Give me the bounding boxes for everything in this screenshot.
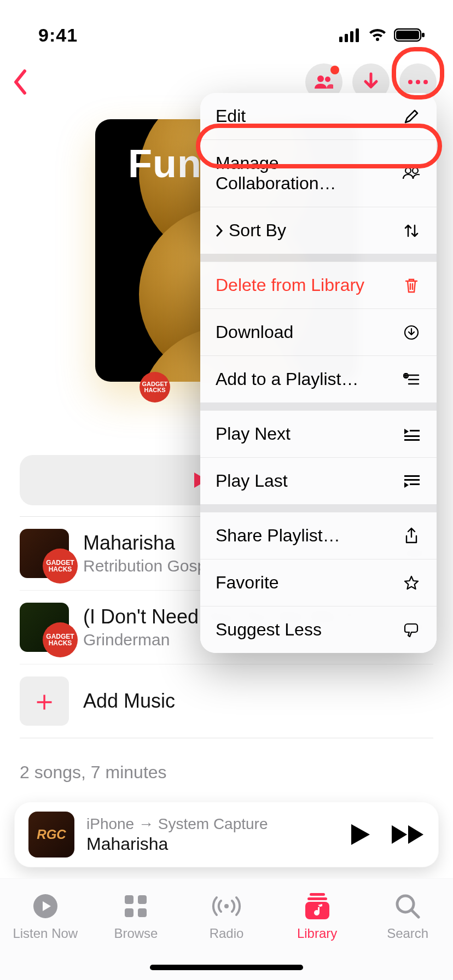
chevron-right-icon [216,225,223,237]
svg-point-22 [405,168,411,173]
cellular-icon [339,28,361,42]
menu-edit[interactable]: Edit [200,93,437,139]
svg-rect-5 [396,31,419,39]
svg-point-7 [317,75,324,82]
tab-browse[interactable]: Browse [97,892,174,941]
context-menu: Edit Manage Collaboration… Sort By Delet… [200,93,437,653]
svg-rect-6 [422,33,425,37]
plus-icon: ＋ [20,676,69,726]
menu-suggest-less[interactable]: Suggest Less [200,606,437,653]
svg-point-11 [423,80,428,84]
svg-rect-13 [125,895,133,904]
svg-point-23 [413,168,418,173]
menu-add-to-playlist[interactable]: Add to a Playlist… [200,355,437,402]
home-indicator[interactable] [150,965,303,970]
status-bar: 9:41 [0,0,453,55]
svg-rect-2 [350,31,353,42]
playlist-summary: 2 songs, 7 minutes [0,738,453,783]
ellipsis-icon [407,79,429,85]
svg-rect-27 [404,435,420,437]
trash-icon [404,277,419,294]
playlist-title: Fun [128,141,202,186]
fast-forward-icon[interactable] [391,824,425,845]
svg-rect-14 [138,895,147,904]
song-artwork: GADGETHACKS [20,529,69,578]
play-circle-icon [32,893,59,919]
menu-download[interactable]: Download [200,308,437,355]
sort-arrows-icon [403,223,420,238]
svg-rect-18 [310,893,325,896]
battery-icon [394,28,426,42]
song-artwork: GADGETHACKS [20,603,69,652]
now-playing-title: Maharisha [86,834,338,854]
people-icon [313,74,334,90]
svg-point-9 [408,80,413,84]
svg-rect-3 [356,28,359,42]
notification-badge-icon [330,66,339,74]
svg-rect-1 [345,34,348,42]
svg-rect-31 [410,483,420,485]
status-icons [339,28,426,42]
radio-waves-icon [211,894,242,918]
tab-radio[interactable]: Radio [188,892,265,941]
play-last-icon [403,475,420,488]
menu-share[interactable]: Share Playlist… [200,512,437,559]
menu-favorite[interactable]: Favorite [200,559,437,606]
now-playing-bar[interactable]: RGC iPhone → System Capture Maharisha [14,802,439,867]
menu-play-last[interactable]: Play Last [200,457,437,504]
svg-rect-28 [404,439,420,441]
svg-rect-16 [138,908,147,917]
tab-search[interactable]: Search [369,892,446,941]
menu-delete[interactable]: Delete from Library [200,261,437,308]
add-music-button[interactable]: ＋ Add Music [20,664,433,738]
svg-rect-26 [410,430,420,431]
svg-point-10 [416,80,420,84]
tab-listen-now[interactable]: Listen Now [7,892,84,941]
watermark-badge: GADGETHACKS [140,372,170,402]
menu-play-next[interactable]: Play Next [200,410,437,457]
back-button[interactable] [10,67,32,97]
library-icon [305,893,329,919]
now-playing-route: iPhone → System Capture [86,815,338,833]
menu-manage-collaboration[interactable]: Manage Collaboration… [200,139,437,207]
grid-icon [124,894,148,918]
svg-rect-0 [339,37,342,42]
menu-sort-by[interactable]: Sort By [200,207,437,254]
download-circle-icon [404,325,419,340]
svg-rect-15 [125,908,133,917]
star-icon [403,575,420,591]
share-icon [404,527,419,545]
add-music-label: Add Music [83,690,175,713]
search-icon [395,894,420,919]
chevron-left-icon [13,69,29,95]
svg-rect-29 [404,475,420,477]
svg-point-8 [325,77,330,82]
play-icon[interactable] [350,823,371,846]
tab-library[interactable]: Library [279,892,356,941]
list-plus-icon [403,373,420,386]
status-time: 9:41 [38,25,78,46]
svg-point-17 [224,904,229,908]
now-playing-artwork: RGC [28,812,74,858]
thumbs-down-icon [403,622,420,638]
wifi-icon [368,28,387,42]
play-next-icon [403,428,420,441]
people-outline-icon [402,167,421,180]
svg-rect-30 [404,479,420,481]
svg-rect-19 [307,897,327,900]
pencil-icon [404,109,419,124]
download-arrow-icon [362,72,380,92]
